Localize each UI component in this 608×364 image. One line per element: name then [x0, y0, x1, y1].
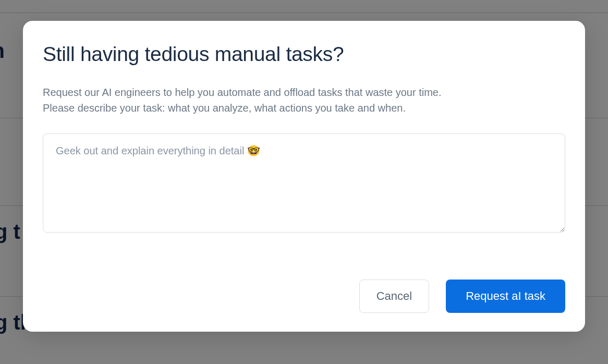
modal-title: Still having tedious manual tasks?: [43, 43, 565, 66]
modal-description: Request our AI engineers to help you aut…: [43, 84, 565, 116]
modal-description-line: Request our AI engineers to help you aut…: [43, 84, 565, 100]
request-task-modal: Still having tedious manual tasks? Reque…: [23, 21, 585, 332]
cancel-button[interactable]: Cancel: [359, 280, 429, 313]
backdrop-text: g t: [0, 220, 20, 244]
modal-description-line: Please describe your task: what you anal…: [43, 100, 565, 116]
modal-footer: Cancel Request aI task: [43, 264, 565, 313]
task-description-input[interactable]: [43, 134, 565, 233]
request-task-button[interactable]: Request aI task: [446, 280, 565, 313]
backdrop-divider: [0, 13, 608, 13]
backdrop-text: ith: [0, 39, 5, 63]
